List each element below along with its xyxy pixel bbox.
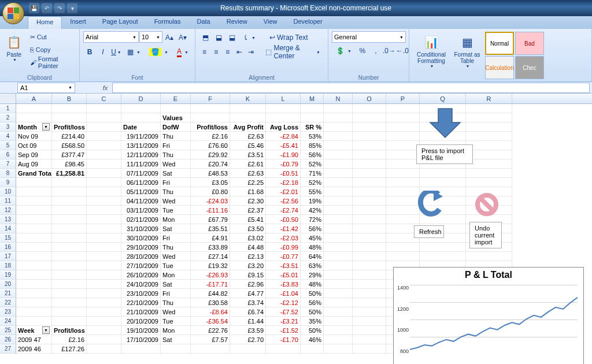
column-header[interactable]: B (52, 94, 87, 103)
cell[interactable]: -£0.79 (266, 159, 301, 169)
cell[interactable]: £2.63 (230, 132, 266, 141)
cell[interactable] (52, 243, 87, 252)
cell[interactable]: 56% (301, 224, 324, 233)
row-header[interactable]: 23 (0, 307, 16, 317)
cell[interactable]: Sat (161, 280, 191, 289)
cell[interactable]: Wed (161, 252, 191, 261)
cell[interactable] (87, 252, 121, 261)
cell[interactable]: 27/10/2009 (121, 261, 161, 270)
cell[interactable] (324, 196, 353, 206)
cell[interactable]: 23/10/2009 (121, 289, 161, 298)
cell[interactable] (466, 104, 512, 113)
row-header[interactable]: 9 (0, 178, 16, 187)
cell[interactable] (16, 289, 52, 298)
cell[interactable] (324, 233, 353, 243)
cell[interactable]: 12/11/2009 (121, 150, 161, 159)
cell[interactable] (87, 141, 121, 150)
cell[interactable] (87, 326, 121, 335)
cell[interactable] (324, 169, 353, 178)
cell[interactable]: £3.05 (191, 178, 230, 187)
cell[interactable] (386, 132, 420, 141)
cell[interactable]: -£2.84 (266, 132, 301, 141)
cell[interactable]: £0.80 (191, 187, 230, 196)
cell[interactable]: 46% (301, 335, 324, 344)
cell[interactable] (161, 344, 191, 354)
cell[interactable]: £5.41 (230, 215, 266, 224)
cell[interactable]: 28/10/2009 (121, 252, 161, 261)
cell[interactable]: £20.74 (191, 159, 230, 169)
cell[interactable] (16, 104, 52, 113)
cell[interactable] (16, 206, 52, 215)
cell[interactable]: Fri (161, 141, 191, 150)
cell[interactable] (52, 206, 87, 215)
cell[interactable] (16, 243, 52, 252)
cell[interactable]: Profit/loss (52, 326, 87, 335)
cell[interactable] (324, 280, 353, 289)
cell[interactable] (324, 215, 353, 224)
cell[interactable]: 56% (301, 150, 324, 159)
cell[interactable] (52, 215, 87, 224)
orientation-button[interactable]: ⤹▼ (239, 31, 260, 44)
cell[interactable] (52, 178, 87, 187)
cell[interactable] (386, 113, 420, 122)
cell[interactable]: -£1.04 (266, 289, 301, 298)
cell[interactable]: £3.02 (230, 233, 266, 243)
cell[interactable]: £2.61 (230, 159, 266, 169)
column-header[interactable]: P (386, 94, 420, 103)
cell[interactable] (324, 317, 353, 326)
cell[interactable]: Sat (161, 224, 191, 233)
cell[interactable]: 26/10/2009 (121, 270, 161, 280)
cell[interactable] (386, 196, 420, 206)
cell[interactable]: 53% (301, 132, 324, 141)
align-bottom-button[interactable]: ⬓ (225, 31, 238, 44)
cell[interactable] (324, 206, 353, 215)
cell[interactable] (87, 317, 121, 326)
cell[interactable] (266, 104, 301, 113)
cell[interactable] (353, 169, 386, 178)
cell[interactable] (16, 252, 52, 261)
cell[interactable]: Profit/loss (52, 122, 87, 132)
cell[interactable] (191, 113, 230, 122)
cell[interactable] (386, 150, 420, 159)
cell[interactable]: £7.57 (191, 335, 230, 344)
cell[interactable]: £3.20 (230, 261, 266, 270)
cell[interactable] (87, 122, 121, 132)
cell[interactable]: Fri (161, 178, 191, 187)
refresh-arrow-shape[interactable] (416, 191, 445, 221)
cell[interactable]: £2.16 (52, 335, 87, 344)
cell[interactable]: 71% (301, 169, 324, 178)
office-button[interactable] (2, 2, 24, 24)
qat-more-icon[interactable]: ▾ (67, 3, 77, 13)
cell[interactable]: Mon (161, 326, 191, 335)
name-box[interactable]: A1▼ (17, 83, 75, 93)
format-painter-button[interactable]: 🖌Format Painter (27, 57, 76, 68)
cell[interactable]: Mon (161, 270, 191, 280)
cell[interactable] (121, 113, 161, 122)
row-header[interactable]: 15 (0, 233, 16, 243)
cell[interactable] (52, 224, 87, 233)
cell[interactable]: Tue (161, 206, 191, 215)
column-header[interactable]: F (191, 94, 230, 103)
cell[interactable] (230, 104, 266, 113)
underline-button[interactable]: U▼ (110, 46, 123, 58)
cell[interactable]: £2.37 (230, 206, 266, 215)
cell[interactable]: £2.30 (230, 196, 266, 206)
cell[interactable] (52, 270, 87, 280)
cell[interactable] (324, 122, 353, 132)
italic-button[interactable]: I (97, 46, 109, 58)
cell[interactable] (353, 206, 386, 215)
copy-button[interactable]: ⎘Copy (27, 44, 76, 55)
cell[interactable] (324, 224, 353, 233)
cell[interactable]: -£5.41 (266, 141, 301, 150)
cell[interactable]: £2.63 (230, 169, 266, 178)
save-icon[interactable]: 💾 (29, 3, 39, 13)
cell[interactable] (230, 113, 266, 122)
cell[interactable]: 85% (301, 141, 324, 150)
cell[interactable] (386, 122, 420, 132)
cell[interactable]: £2.96 (230, 280, 266, 289)
cell[interactable] (230, 344, 266, 354)
cell[interactable]: Thu (161, 132, 191, 141)
cell[interactable]: Wed (161, 307, 191, 317)
cell[interactable]: Week▼ (16, 326, 52, 335)
cell[interactable]: 2009 46 (16, 344, 52, 354)
